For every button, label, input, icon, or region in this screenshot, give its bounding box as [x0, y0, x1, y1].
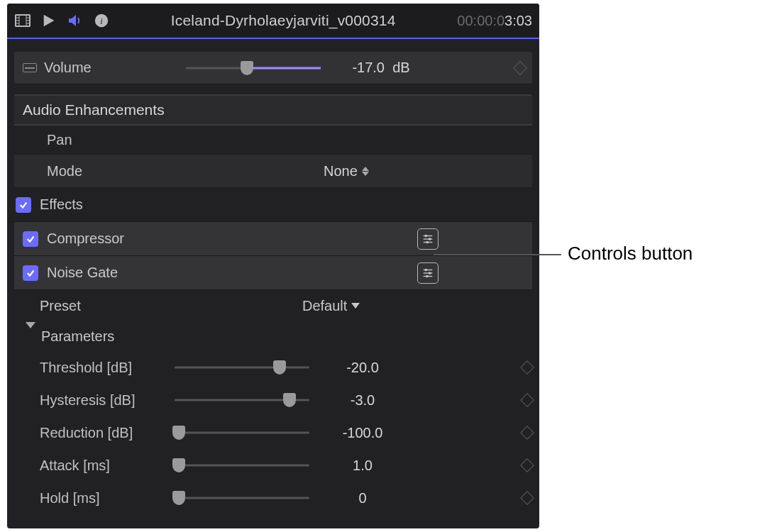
preset-row: Preset Default [7, 290, 539, 321]
keyframe-button[interactable] [515, 63, 525, 73]
volume-value[interactable]: -17.0 dB [335, 60, 427, 76]
param-row: Hold [ms]0 [7, 482, 539, 514]
disclosure-triangle-icon [26, 322, 35, 344]
compressor-checkbox[interactable] [23, 231, 38, 247]
param-value[interactable]: 1.0 [324, 458, 402, 474]
parameters-header[interactable]: Parameters [7, 321, 539, 351]
audio-inspector-panel: i Iceland-Dyrholaeyjarviti_v000314 00:00… [7, 4, 539, 528]
param-label: Reduction [dB] [40, 425, 175, 441]
param-value[interactable]: 0 [324, 490, 402, 506]
keyframe-button[interactable] [522, 460, 532, 470]
effects-header: Effects [7, 188, 539, 222]
chevron-down-icon [351, 303, 360, 309]
color-tab-icon[interactable] [41, 13, 57, 28]
audio-tab-icon[interactable] [67, 12, 84, 29]
param-row: Reduction [dB]-100.0 [7, 416, 539, 449]
controls-button[interactable] [417, 262, 439, 284]
keyframe-button[interactable] [522, 493, 532, 503]
timecode: 00:00:03:03 [457, 13, 532, 29]
clip-title: Iceland-Dyrholaeyjarviti_v000314 [109, 12, 457, 29]
audio-enhancements-header[interactable]: Audio Enhancements [14, 94, 532, 126]
param-row: Hysteresis [dB]-3.0 [7, 384, 539, 416]
pan-mode-select[interactable]: None [324, 163, 369, 179]
video-tab-icon[interactable] [14, 12, 31, 29]
svg-text:i: i [100, 16, 103, 26]
param-label: Attack [ms] [40, 458, 175, 474]
noisegate-checkbox[interactable] [23, 265, 38, 281]
info-tab-icon[interactable]: i [94, 13, 109, 28]
param-value[interactable]: -20.0 [324, 360, 402, 376]
pan-label-row: Pan [14, 126, 532, 154]
param-label: Threshold [dB] [40, 360, 175, 376]
callout-line [434, 254, 561, 255]
panel-icon [23, 63, 37, 72]
keyframe-button[interactable] [522, 395, 532, 405]
svg-point-21 [429, 272, 431, 275]
preset-select[interactable]: Default [302, 298, 360, 314]
svg-point-15 [429, 238, 431, 240]
timecode-seconds: 3:03 [504, 13, 532, 28]
param-row: Threshold [dB]-20.0 [7, 351, 539, 384]
param-value[interactable]: -100.0 [324, 425, 402, 441]
volume-label: Volume [44, 60, 186, 76]
param-row: Attack [ms]1.0 [7, 449, 539, 482]
volume-row: Volume -17.0 dB [14, 52, 532, 84]
svg-point-13 [425, 234, 428, 237]
effect-row-noisegate: Noise Gate [14, 256, 532, 290]
keyframe-button[interactable] [522, 428, 532, 438]
svg-marker-9 [44, 15, 55, 27]
controls-button[interactable] [417, 228, 439, 250]
svg-point-19 [425, 268, 428, 271]
param-value[interactable]: -3.0 [324, 392, 402, 409]
effect-row-compressor: Compressor [14, 222, 532, 256]
inspector-header: i Iceland-Dyrholaeyjarviti_v000314 00:00… [7, 4, 539, 39]
svg-point-17 [426, 240, 429, 243]
param-label: Hysteresis [dB] [40, 392, 175, 409]
keyframe-button[interactable] [522, 362, 532, 372]
chevron-updown-icon [362, 167, 369, 176]
pan-mode-row: Mode None [14, 154, 532, 188]
callout-label: Controls button [568, 243, 693, 265]
effects-checkbox[interactable] [16, 197, 31, 213]
svg-point-23 [426, 275, 429, 277]
timecode-prefix: 00:00:0 [457, 13, 504, 28]
param-label: Hold [ms] [40, 490, 175, 506]
